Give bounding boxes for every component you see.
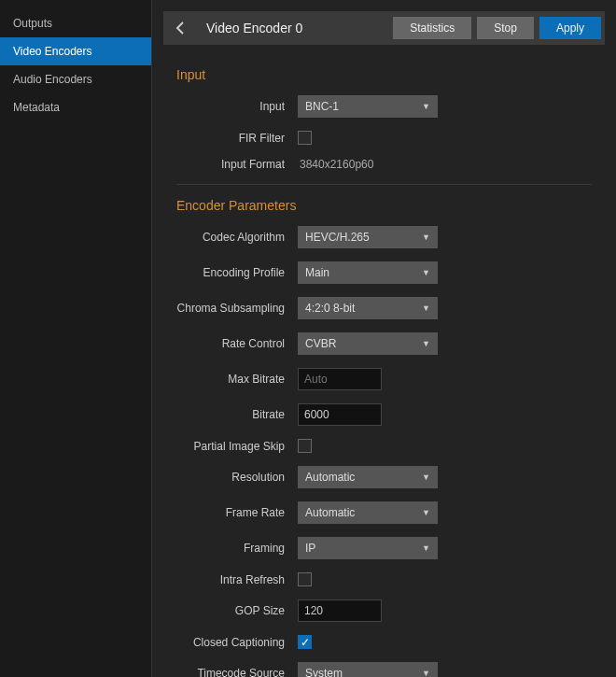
row-fir-filter: FIR Filter (176, 131, 592, 145)
select-frame-rate[interactable]: Automatic ▼ (298, 501, 438, 524)
label-timecode: Timecode Source (176, 667, 298, 677)
caret-down-icon: ▼ (422, 669, 430, 677)
row-profile: Encoding Profile Main ▼ (176, 261, 592, 284)
caret-down-icon: ▼ (422, 233, 430, 242)
label-gop-size: GOP Size (176, 604, 298, 617)
row-bitrate: Bitrate (176, 403, 592, 426)
label-framing: Framing (176, 542, 298, 555)
sidebar: Outputs Video Encoders Audio Encoders Me… (0, 0, 152, 677)
label-rate-control: Rate Control (176, 337, 298, 350)
select-timecode[interactable]: System ▼ (298, 662, 438, 677)
label-closed-caption: Closed Captioning (176, 636, 298, 649)
select-chroma-value: 4:2:0 8-bit (305, 302, 355, 315)
checkbox-closed-caption[interactable] (298, 635, 312, 649)
row-input-format: Input Format 3840x2160p60 (176, 158, 592, 171)
checkbox-fir-filter[interactable] (298, 131, 312, 145)
label-chroma: Chroma Subsampling (176, 302, 298, 315)
label-intra-refresh: Intra Refresh (176, 573, 298, 586)
select-chroma[interactable]: 4:2:0 8-bit ▼ (298, 297, 438, 319)
select-timecode-value: System (305, 667, 343, 677)
caret-down-icon: ▼ (422, 543, 430, 553)
row-rate-control: Rate Control CVBR ▼ (176, 332, 592, 355)
value-input-format: 3840x2160p60 (298, 158, 373, 171)
select-rate-control[interactable]: CVBR ▼ (298, 332, 438, 355)
checkbox-partial-skip[interactable] (298, 439, 312, 453)
topbar: Video Encoder 0 Statistics Stop Apply (163, 11, 605, 45)
label-input: Input (176, 100, 298, 113)
chevron-left-icon (175, 21, 185, 35)
row-input: Input BNC-1 ▼ (176, 95, 592, 118)
caret-down-icon: ▼ (422, 339, 430, 348)
row-max-bitrate: Max Bitrate (176, 368, 592, 390)
row-codec: Codec Algorithm HEVC/H.265 ▼ (176, 226, 592, 248)
sidebar-item-metadata[interactable]: Metadata (0, 93, 151, 121)
label-input-format: Input Format (176, 158, 298, 171)
caret-down-icon: ▼ (422, 102, 430, 111)
row-timecode: Timecode Source System ▼ (176, 662, 592, 677)
select-profile-value: Main (305, 266, 329, 279)
row-frame-rate: Frame Rate Automatic ▼ (176, 501, 592, 524)
select-input[interactable]: BNC-1 ▼ (298, 95, 438, 118)
section-input-title: Input (176, 67, 592, 82)
row-gop-size: GOP Size (176, 599, 592, 622)
label-profile: Encoding Profile (176, 266, 298, 279)
label-partial-skip: Partial Image Skip (176, 440, 298, 453)
stop-button[interactable]: Stop (477, 17, 534, 39)
label-max-bitrate: Max Bitrate (176, 373, 298, 386)
page-title: Video Encoder 0 (197, 21, 387, 35)
row-partial-skip: Partial Image Skip (176, 439, 592, 453)
sidebar-item-video-encoders[interactable]: Video Encoders (0, 37, 151, 65)
main-panel: Video Encoder 0 Statistics Stop Apply In… (152, 0, 616, 677)
content-area: Input Input BNC-1 ▼ FIR Filter Input For… (152, 45, 616, 677)
caret-down-icon: ▼ (422, 268, 430, 277)
sidebar-item-audio-encoders[interactable]: Audio Encoders (0, 65, 151, 93)
select-codec-value: HEVC/H.265 (305, 231, 370, 244)
select-resolution-value: Automatic (305, 471, 355, 484)
label-codec: Codec Algorithm (176, 231, 298, 244)
label-bitrate: Bitrate (176, 408, 298, 421)
row-closed-caption: Closed Captioning (176, 635, 592, 649)
select-rate-control-value: CVBR (305, 337, 336, 350)
select-frame-rate-value: Automatic (305, 506, 355, 519)
back-button[interactable] (163, 11, 197, 45)
label-frame-rate: Frame Rate (176, 506, 298, 519)
row-chroma: Chroma Subsampling 4:2:0 8-bit ▼ (176, 297, 592, 319)
caret-down-icon: ▼ (422, 303, 430, 313)
select-framing-value: IP (305, 542, 315, 555)
select-codec[interactable]: HEVC/H.265 ▼ (298, 226, 438, 248)
input-max-bitrate[interactable] (298, 368, 382, 390)
statistics-button[interactable]: Statistics (393, 17, 471, 39)
section-encoder-title: Encoder Parameters (176, 198, 592, 213)
label-resolution: Resolution (176, 471, 298, 484)
sidebar-item-outputs[interactable]: Outputs (0, 9, 151, 37)
apply-button[interactable]: Apply (539, 17, 601, 39)
checkbox-intra-refresh[interactable] (298, 572, 312, 586)
label-fir-filter: FIR Filter (176, 132, 298, 145)
select-input-value: BNC-1 (305, 100, 339, 113)
select-profile[interactable]: Main ▼ (298, 261, 438, 284)
select-framing[interactable]: IP ▼ (298, 537, 438, 559)
select-resolution[interactable]: Automatic ▼ (298, 466, 438, 488)
input-gop-size[interactable] (298, 599, 382, 622)
caret-down-icon: ▼ (422, 472, 430, 482)
row-framing: Framing IP ▼ (176, 537, 592, 559)
section-divider (176, 184, 592, 185)
row-resolution: Resolution Automatic ▼ (176, 466, 592, 488)
row-intra-refresh: Intra Refresh (176, 572, 592, 586)
input-bitrate[interactable] (298, 403, 382, 426)
caret-down-icon: ▼ (422, 508, 430, 517)
